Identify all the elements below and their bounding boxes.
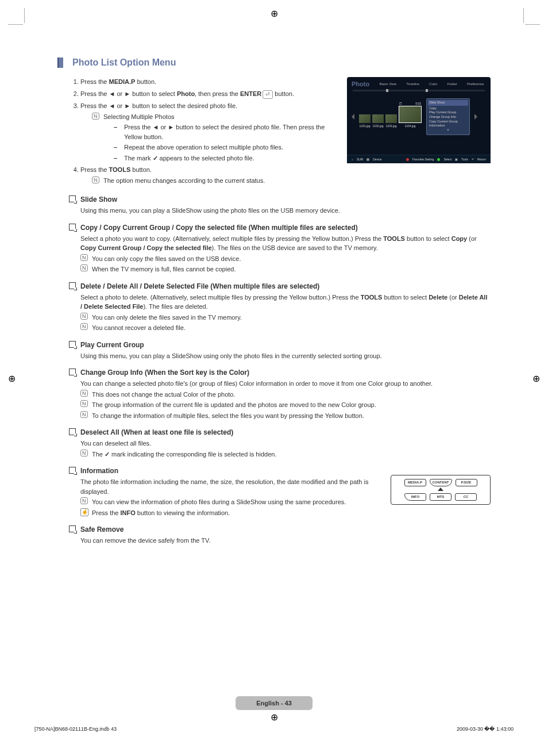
dash-item: Press the ◄ or ► button to select the de… — [114, 122, 338, 141]
ss-body: 1231.jpg 1232.jpg 1233.jpg 1234.jpg Slid… — [347, 93, 491, 141]
note-icon: N — [80, 313, 88, 320]
section-heading: Safe Remove — [69, 525, 491, 534]
dash-item: Repeat the above operation to select mul… — [114, 143, 338, 152]
intro-row: Press the MEDIA.P button. Press the ◄ or… — [57, 77, 491, 187]
red-dot-icon — [406, 158, 409, 161]
section-heading: Play Current Group — [69, 341, 491, 349]
page-title: Photo List Option Menu — [72, 57, 176, 68]
tools-icon: ▣ — [455, 158, 458, 161]
ss-title: Photo — [352, 80, 369, 87]
crop-line — [8, 24, 23, 25]
substeps: N Selecting Multiple Photos Press the ◄ … — [80, 112, 338, 163]
ss-device-icon — [366, 158, 369, 161]
steps-list: Press the MEDIA.P button. Press the ◄ or… — [57, 77, 338, 187]
right-arrow-icon: ► — [124, 90, 130, 97]
note-icon: N — [80, 450, 88, 456]
note-line: NWhen the TV memory is full, files canno… — [80, 264, 491, 274]
note-line: NThe ✓ mark indicating the corresponding… — [80, 450, 491, 459]
crop-line — [24, 8, 25, 23]
note-icon: N — [80, 264, 88, 271]
note-icon: N — [80, 411, 88, 418]
registration-mark-bottom: ⊕ — [271, 712, 278, 723]
tv-screenshot: Photo Basic View Timeline Color Folder P… — [347, 77, 491, 163]
section-body: MEDIA.P CONTENT P.SIZE INFO MTS CC — [80, 477, 491, 517]
ss-header: Photo Basic View Timeline Color Folder P… — [347, 77, 491, 89]
enter-icon: ⏎ — [263, 90, 273, 99]
note-icon: N — [80, 400, 88, 407]
ss-tab: Preference — [467, 82, 484, 86]
check-icon: ✓ — [153, 155, 158, 162]
section-change-group: Change Group Info (When the Sort key is … — [69, 369, 491, 420]
section-body: Select a photo you want to copy. (Altern… — [80, 234, 491, 274]
section-information: Information MEDIA.P CONTENT P.SIZE INFO — [69, 467, 491, 517]
page-title-bar: Photo List Option Menu — [57, 57, 491, 68]
section-heading: Slide Show — [69, 195, 491, 204]
substep-note: N The option menu changes according to t… — [92, 176, 338, 186]
step-4: Press the TOOLS button. N The option men… — [80, 165, 338, 185]
ss-menu-item: Copy — [429, 106, 467, 111]
hand-icon: ☝ — [80, 508, 88, 516]
note-icon: N — [80, 323, 88, 330]
ss-menu-more-icon: ▼ — [429, 128, 467, 133]
ss-menu-item: Copy Current Group — [429, 120, 467, 124]
section-body: Select a photo to delete. (Alternatively… — [80, 293, 491, 333]
note-icon: N — [92, 113, 99, 120]
section-heading: Deselect All (When at least one file is … — [69, 428, 491, 436]
left-arrow-icon: ◄ — [109, 90, 115, 97]
right-arrow-icon: ► — [124, 102, 130, 109]
title-marker-icon — [57, 57, 63, 68]
green-dot-icon — [437, 158, 440, 161]
note-line: NTo change the information of multiple f… — [80, 411, 491, 421]
section-body: Using this menu, you can play a SlideSho… — [80, 206, 491, 216]
ss-thumb: 1232.jpg — [372, 114, 384, 128]
substeps: N The option menu changes according to t… — [80, 176, 338, 186]
ss-thumb: 1231.jpg — [359, 114, 371, 128]
meta-date: 2009-03-30 �� 1:43:00 — [457, 726, 514, 732]
ss-tab: Folder — [447, 82, 457, 86]
check-icon: ✓ — [105, 451, 110, 458]
substep-note: N Selecting Multiple Photos Press the ◄ … — [92, 112, 338, 163]
ss-sum-icon: ⌂ — [352, 158, 353, 161]
note-icon: N — [80, 254, 88, 261]
registration-mark-left: ⊕ — [8, 373, 16, 383]
print-metadata: [750-NA]BN68-02111B-Eng.indb 43 2009-03-… — [34, 726, 514, 732]
ss-menu-item: Information — [429, 124, 467, 128]
remote-diagram: MEDIA.P CONTENT P.SIZE INFO MTS CC — [391, 475, 491, 505]
section-delete: Delete / Delete All / Delete Selected Fi… — [69, 282, 491, 333]
note-line: NYou can only copy the files saved on th… — [80, 254, 491, 264]
document-page: ⊕ ⊕ ⊕ ⊕ Photo List Option Menu Press the… — [0, 0, 548, 756]
page-content: Photo List Option Menu Press the MEDIA.P… — [57, 57, 491, 546]
note-line: NYou can view the information of photo f… — [80, 497, 356, 507]
remote-button-mts: MTS — [430, 493, 451, 501]
bullet-icon — [69, 341, 76, 348]
registration-mark-top: ⊕ — [271, 8, 278, 19]
step-1: Press the MEDIA.P button. — [80, 77, 338, 87]
note-icon: N — [80, 497, 88, 504]
crop-line — [525, 24, 540, 25]
remote-row: MEDIA.P CONTENT P.SIZE — [395, 479, 487, 486]
section-deselect-all: Deselect All (When at least one file is … — [69, 428, 491, 459]
section-body: You can remove the device safely from th… — [80, 536, 491, 546]
ss-bar-right: Favorites Setting Select ▣Tools ↶Return — [406, 158, 486, 161]
bullet-icon — [69, 525, 76, 532]
note-line: NThe group information of the current fi… — [80, 400, 491, 410]
section-heading: Change Group Info (When the Sort key is … — [69, 369, 491, 377]
remote-up-arrow-icon — [438, 488, 443, 491]
section-body: You can change a selected photo file's (… — [80, 379, 491, 420]
step-3: Press the ◄ or ► button to select the de… — [80, 101, 338, 163]
ss-thumb-selected: 1234.jpg — [399, 106, 422, 128]
ss-left-arrow-icon — [352, 114, 354, 120]
dash-item: The mark ✓ appears to the selected photo… — [114, 153, 338, 163]
remote-row — [395, 488, 487, 491]
dash-list: Press the ◄ or ► button to select the de… — [114, 122, 338, 163]
ss-menu-item: Change Group Info — [429, 115, 467, 120]
section-copy: Copy / Copy Current Group / Copy the sel… — [69, 224, 491, 274]
remote-row: INFO MTS CC — [395, 493, 487, 501]
bullet-icon — [69, 428, 76, 435]
remote-button-info: INFO — [404, 493, 426, 501]
step-2: Press the ◄ or ► button to select Photo,… — [80, 89, 338, 99]
ss-right-arrow-icon — [474, 114, 477, 120]
section-safe-remove: Safe Remove You can remove the device sa… — [69, 525, 491, 546]
remote-button-cc: CC — [455, 493, 477, 501]
note-icon: N — [92, 176, 99, 183]
